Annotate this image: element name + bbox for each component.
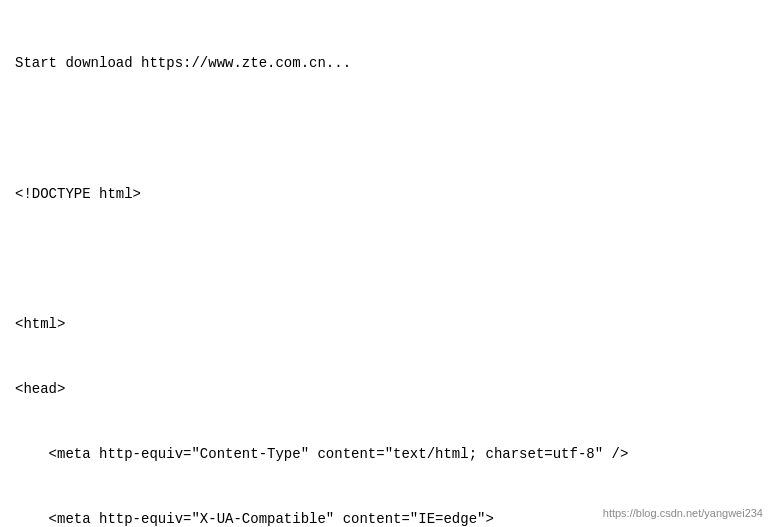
- line-1: Start download https://www.zte.com.cn...: [15, 53, 758, 75]
- line-html-open: <html>: [15, 314, 758, 336]
- line-blank-2: [15, 249, 758, 271]
- line-doctype: <!DOCTYPE html>: [15, 184, 758, 206]
- line-blank-1: [15, 118, 758, 140]
- line-head-open: <head>: [15, 379, 758, 401]
- watermark: https://blog.csdn.net/yangwei234: [603, 507, 763, 519]
- line-meta-1: <meta http-equiv="Content-Type" content=…: [15, 444, 758, 466]
- code-display: Start download https://www.zte.com.cn...…: [15, 10, 758, 527]
